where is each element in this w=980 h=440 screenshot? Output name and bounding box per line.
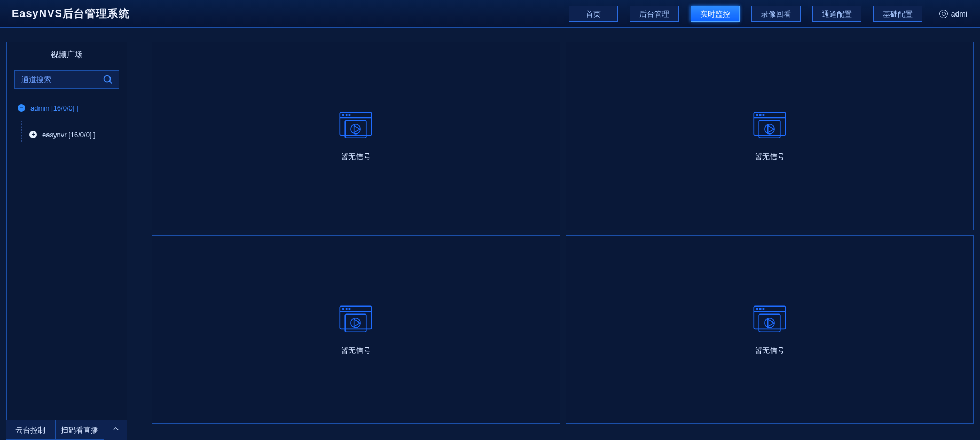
no-signal-icon	[752, 111, 787, 142]
svg-point-22	[349, 308, 350, 310]
svg-line-1	[109, 81, 112, 83]
svg-point-5	[346, 114, 348, 116]
svg-point-0	[104, 76, 111, 82]
search-icon[interactable]	[102, 74, 114, 85]
channel-tree: − admin [16/0/0] ] + easynvr [16/0/0] ]	[7, 98, 127, 439]
svg-point-12	[756, 114, 758, 116]
tree-item-label: admin [16/0/0] ]	[30, 104, 79, 112]
tree-children: + easynvr [16/0/0] ]	[21, 121, 127, 142]
svg-marker-16	[767, 125, 774, 132]
svg-point-25	[351, 318, 360, 327]
svg-point-14	[763, 114, 764, 116]
svg-marker-8	[354, 125, 360, 132]
svg-marker-32	[767, 319, 774, 326]
svg-point-13	[759, 114, 761, 116]
svg-point-9	[351, 124, 360, 133]
svg-point-33	[765, 318, 774, 327]
svg-point-21	[346, 308, 348, 310]
video-grid: 暂无信号 暂无信号 暂无信号	[152, 42, 974, 424]
nav-channel[interactable]: 通道配置	[812, 6, 861, 22]
channel-tree-panel: 视频广场 − admin [16/0/0] ] + easynvr [16/0/…	[6, 42, 127, 440]
no-signal-text: 暂无信号	[341, 346, 371, 356]
tree-item-easynvr[interactable]: + easynvr [16/0/0] ]	[29, 127, 127, 142]
nav-basic[interactable]: 基础配置	[873, 6, 922, 22]
nav-bar: 首页 后台管理 实时监控 录像回看 通道配置 基础配置 admi	[569, 0, 967, 27]
nav-home[interactable]: 首页	[569, 6, 618, 22]
no-signal-text: 暂无信号	[341, 152, 371, 162]
collapse-panel-button[interactable]	[104, 420, 127, 440]
panel-title: 视频广场	[7, 42, 127, 65]
sidebar: 视频广场 − admin [16/0/0] ] + easynvr [16/0/…	[0, 28, 134, 440]
video-tile[interactable]: 暂无信号	[152, 235, 560, 424]
panel-footer: 云台控制 扫码看直播	[6, 420, 127, 440]
svg-point-28	[756, 308, 758, 310]
no-signal-icon	[752, 304, 787, 335]
nav-live[interactable]: 实时监控	[691, 6, 740, 22]
minus-icon[interactable]: −	[18, 104, 25, 112]
search-wrap	[14, 70, 119, 89]
svg-point-17	[765, 124, 774, 133]
svg-point-6	[349, 114, 350, 116]
user-icon	[939, 10, 948, 18]
video-viewer: 暂无信号 暂无信号 暂无信号	[134, 28, 980, 440]
app-header: EasyNVS后台管理系统 首页 后台管理 实时监控 录像回看 通道配置 基础配…	[0, 0, 980, 28]
tab-scan-qr-live[interactable]: 扫码看直播	[55, 420, 104, 440]
tab-ptz-control[interactable]: 云台控制	[6, 420, 55, 440]
no-signal-icon	[338, 111, 373, 142]
tree-item-label: easynvr [16/0/0] ]	[42, 131, 96, 139]
nav-backend[interactable]: 后台管理	[630, 6, 679, 22]
tree-item-admin[interactable]: − admin [16/0/0] ]	[18, 100, 127, 115]
no-signal-text: 暂无信号	[755, 346, 785, 356]
video-tile[interactable]: 暂无信号	[152, 42, 560, 230]
user-label: admi	[951, 10, 967, 18]
no-signal-text: 暂无信号	[755, 152, 785, 162]
nav-playback[interactable]: 录像回看	[751, 6, 801, 22]
svg-point-29	[759, 308, 761, 310]
page: 视频广场 − admin [16/0/0] ] + easynvr [16/0/…	[0, 28, 980, 440]
chevron-up-icon	[112, 425, 120, 433]
svg-marker-24	[354, 319, 360, 326]
video-tile[interactable]: 暂无信号	[566, 42, 974, 230]
video-tile[interactable]: 暂无信号	[566, 235, 974, 424]
svg-point-4	[343, 114, 344, 116]
no-signal-icon	[338, 304, 373, 335]
plus-icon[interactable]: +	[29, 131, 37, 138]
user-menu[interactable]: admi	[939, 10, 967, 18]
svg-point-30	[763, 308, 764, 310]
svg-point-20	[343, 308, 344, 310]
app-title: EasyNVS后台管理系统	[12, 6, 130, 21]
